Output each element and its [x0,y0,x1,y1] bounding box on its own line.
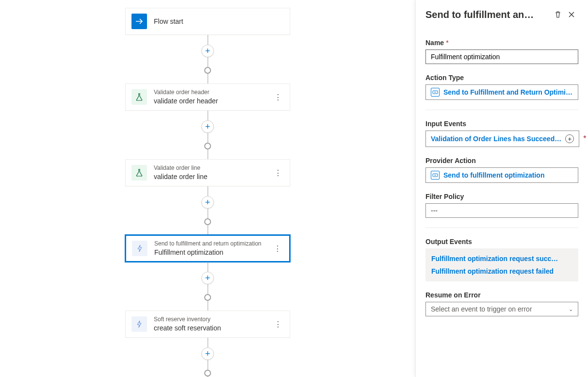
required-indicator: * [583,134,586,143]
input-event-value: Validation of Order Lines has Succeed… [431,135,561,143]
add-step-button[interactable]: + [201,45,214,57]
lightning-icon [131,316,147,332]
connector-circle [204,67,211,74]
flow-node-validate-order-line[interactable]: Validate order line validate order line … [125,159,290,186]
provider-action-icon [431,171,440,180]
flow-start-icon [131,14,147,29]
connector-circle [204,294,211,301]
node-menu-button[interactable]: ⋮ [272,91,284,103]
provider-action-selector[interactable]: Send to fulfillment optimization [425,167,578,183]
flask-icon [131,89,147,105]
output-event-item[interactable]: Fulfillment optimization request failed [431,265,572,278]
provider-action-value: Send to fulfillment optimization [443,171,573,179]
connector: + [201,338,214,377]
delete-button[interactable] [551,8,565,21]
flask-icon [131,165,147,180]
close-button[interactable] [565,8,578,21]
connector-circle [204,143,211,149]
name-label: Name* [425,39,578,47]
resume-on-error-selector[interactable]: Select an event to trigger on error ⌄ [425,302,578,316]
add-step-button[interactable]: + [201,120,214,133]
node-title: validate order line [154,172,272,181]
flow-start-label: Flow start [154,17,284,26]
input-events-label: Input Events [425,120,578,128]
flow-start-node[interactable]: Flow start [125,8,290,35]
node-category: Validate order header [154,89,272,97]
name-input[interactable] [425,49,578,64]
add-step-button[interactable]: + [201,347,214,360]
resume-on-error-label: Resume on Error [425,291,578,299]
node-menu-button[interactable]: ⋮ [272,318,284,330]
node-title: validate order header [154,97,272,105]
action-type-value: Send to Fulfillment and Return Optimiza… [443,88,573,96]
node-title: Fulfillment optimization [154,248,272,257]
chevron-down-icon: ⌄ [569,306,573,312]
add-step-button[interactable]: + [201,196,214,209]
filter-policy-value: --- [431,207,438,214]
flow-canvas[interactable]: Flow start + Validate order header valid… [0,0,415,377]
node-menu-button[interactable]: ⋮ [272,167,284,179]
flow-node-validate-order-header[interactable]: Validate order header validate order hea… [125,83,290,111]
output-event-item[interactable]: Fulfillment optimization request succ… [431,252,572,265]
provider-action-label: Provider Action [425,157,578,164]
connector: + [201,111,214,159]
resume-on-error-placeholder: Select an event to trigger on error [431,305,532,313]
plus-icon: + [565,134,574,143]
connector: + [201,35,214,83]
connector: + [201,186,214,235]
connector: + [201,262,214,311]
panel-title: Send to fulfillment an… [425,9,551,20]
input-event-selector[interactable]: Validation of Order Lines has Succeed… + [425,131,579,147]
filter-policy-label: Filter Policy [425,193,578,200]
flow-node-fulfillment-optimization[interactable]: Send to fulfillment and return optimizat… [125,235,290,262]
add-step-button[interactable]: + [201,272,214,284]
flow-node-create-soft-reservation[interactable]: Soft reserve inventory create soft reser… [125,311,290,338]
details-panel: Send to fulfillment an… Name* Action Typ… [415,0,588,377]
node-category: Soft reserve inventory [154,316,272,324]
action-type-icon [431,88,440,97]
connector-circle [204,370,211,377]
output-events-list: Fulfillment optimization request succ… F… [425,248,578,281]
filter-policy-selector[interactable]: --- [425,203,578,218]
connector-circle [204,218,211,225]
node-category: Validate order line [154,164,272,172]
node-title: create soft reservation [154,324,272,332]
action-type-label: Action Type [425,74,578,82]
node-menu-button[interactable]: ⋮ [272,243,283,254]
lightning-icon [132,241,147,256]
action-type-selector[interactable]: Send to Fulfillment and Return Optimiza… [425,84,578,100]
output-events-label: Output Events [425,238,578,246]
node-category: Send to fulfillment and return optimizat… [154,240,272,248]
